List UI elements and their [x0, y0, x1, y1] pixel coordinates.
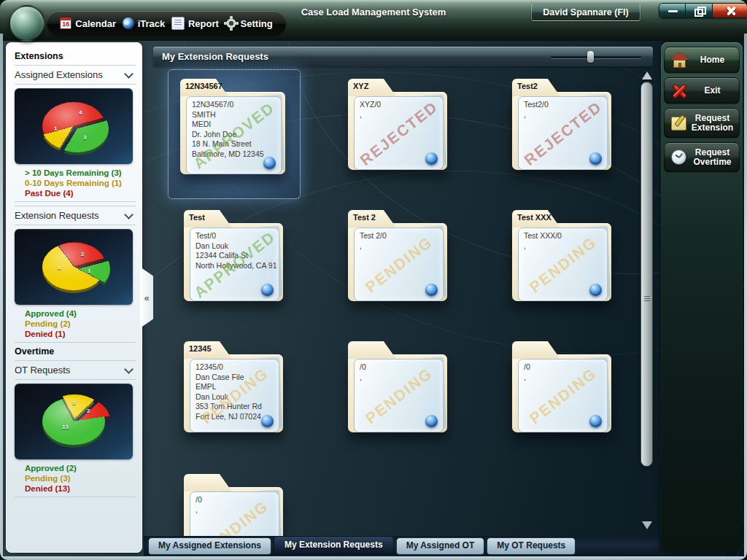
menu-item-itrack[interactable]: iTrack	[123, 18, 166, 29]
divider	[15, 206, 136, 206]
folder-sheet: Test/0Dan Louk12344 Califa StNorth Holly…	[190, 228, 279, 301]
request-extension-button[interactable]: Request Extension	[664, 108, 740, 139]
pie-value-label: 3	[83, 134, 86, 141]
globe-icon	[263, 157, 276, 169]
chevron-down-icon	[124, 210, 133, 219]
legend-item: > 10 Days Remaining (3)	[25, 168, 136, 177]
section-group-overtime: Overtime	[15, 346, 136, 357]
selected-folder-cell[interactable]: 12N3456712N34567/0SMITHMEDIDr. John Doe1…	[168, 69, 301, 199]
gear-icon	[225, 18, 237, 29]
case-folder[interactable]: TestTest/0Dan Louk12344 Califa StNorth H…	[184, 210, 286, 303]
app-orb-button[interactable]	[9, 5, 45, 42]
globe-icon	[261, 284, 274, 296]
case-folder[interactable]: Test 2Test 2/0,PENDING	[348, 210, 450, 303]
exit-button[interactable]: Exit	[664, 77, 740, 104]
home-button[interactable]: Home	[664, 47, 740, 74]
section-header-extension-requests[interactable]: Extension Requests	[15, 210, 134, 221]
tab-my-ot-requests[interactable]: My OT Requests	[487, 537, 576, 555]
pie-chart: 431	[42, 99, 105, 153]
calendar-icon: 16	[60, 18, 71, 29]
scroll-up-icon[interactable]	[642, 71, 652, 79]
sidebar-collapse-handle[interactable]: «	[140, 267, 153, 328]
restore-button[interactable]	[686, 3, 713, 18]
scrollbar-grip	[644, 296, 650, 303]
case-folder[interactable]: Test2Test2/0,REJECTED	[512, 79, 614, 172]
chevron-down-icon	[124, 365, 133, 374]
case-folder[interactable]: Test XXXTest XXX/0,PENDING	[512, 210, 614, 303]
bottom-tabbar: My Assigned ExtensionsMy Extension Reque…	[144, 536, 659, 556]
minimize-icon	[668, 10, 678, 12]
tab-my-assigned-ot[interactable]: My Assigned OT	[396, 537, 485, 555]
divider	[15, 201, 136, 202]
globe-icon	[425, 415, 438, 427]
folder-tab	[184, 474, 232, 491]
menu-item-label: Setting	[241, 18, 273, 29]
request-overtime-icon	[670, 148, 690, 167]
case-folder[interactable]: 12N3456712N34567/0SMITHMEDIDr. John Doe1…	[180, 79, 288, 176]
request-extension-icon	[670, 114, 690, 133]
folder-tab-label: 12N34567	[185, 82, 222, 90]
case-folder[interactable]: /0,PENDING	[348, 341, 450, 435]
menu-item-label: iTrack	[138, 18, 166, 29]
legend-item: Approved (2)	[25, 464, 136, 472]
case-folder[interactable]: 1234512345/0Dan Case FileEMPLDan Louk353…	[184, 341, 286, 435]
globe-icon	[425, 152, 438, 165]
divider	[15, 497, 136, 497]
divider	[15, 84, 136, 85]
pie-value-label: 4	[58, 265, 61, 271]
window-title: Case Load Management System	[264, 7, 483, 18]
close-button[interactable]	[713, 3, 747, 18]
pie-chart: 214	[42, 240, 105, 294]
pie-value-label: 2	[81, 251, 84, 257]
scrollbar-thumb[interactable]	[640, 82, 653, 467]
section-title: Assigned Extensions	[15, 69, 103, 80]
pie-value-label: 1	[88, 268, 90, 274]
folder-tab-label: Test XXX	[517, 213, 551, 222]
pie-value-label: 2	[87, 408, 90, 414]
case-folder[interactable]: /0,PENDING	[512, 341, 614, 435]
folder-tab	[348, 341, 396, 359]
tab-my-assigned-extensions[interactable]: My Assigned Extensions	[148, 537, 271, 555]
folder-tab-label: Test 2	[353, 213, 376, 222]
globe-icon	[589, 284, 602, 296]
minimize-button[interactable]	[659, 3, 686, 18]
globe-icon	[589, 152, 602, 165]
scroll-down-icon[interactable]	[642, 521, 652, 529]
folder-sheet: 12345/0Dan Case FileEMPLDan Louk353 Tom …	[190, 359, 279, 432]
divider	[15, 342, 136, 343]
section-title: Extension Requests	[15, 210, 99, 221]
legend-item: Pending (3)	[25, 474, 136, 483]
menu-item-setting[interactable]: Setting	[225, 18, 273, 29]
section-header-assigned-extensions[interactable]: Assigned Extensions	[15, 69, 134, 80]
button-label: Exit	[690, 86, 739, 96]
folder-tab-label: 12345	[189, 344, 212, 353]
home-icon	[670, 51, 690, 70]
pie-value-label: 4	[79, 109, 82, 116]
case-folder[interactable]: XYZXYZ/0,REJECTED	[348, 79, 450, 172]
user-badge[interactable]: David Spannare (FI)	[531, 4, 640, 21]
folder-sheet: Test XXX/0,PENDING	[518, 228, 608, 301]
main-menubar: 16CalendariTrackReportSetting	[47, 11, 286, 36]
button-label: Home	[690, 55, 739, 65]
menu-item-label: Report	[188, 18, 219, 29]
legend-item: Approved (4)	[25, 309, 136, 318]
scrollbar[interactable]	[640, 71, 654, 532]
section-group-extensions: Extensions	[15, 51, 136, 61]
menu-item-report[interactable]: Report	[171, 17, 219, 30]
legend-item: 0-10 Days Remaining (1)	[25, 179, 136, 187]
divider	[15, 360, 136, 361]
tab-my-extension-requests[interactable]: My Extension Requests	[274, 536, 394, 555]
section-header-ot-requests[interactable]: OT Requests	[15, 365, 134, 376]
chevron-down-icon	[124, 69, 133, 79]
folder-tab-label: Test2	[517, 82, 538, 90]
legend-item: Pending (2)	[25, 319, 136, 328]
window-controls	[659, 3, 747, 18]
menu-item-calendar[interactable]: 16Calendar	[60, 18, 116, 29]
legend-item: Denied (13)	[25, 484, 136, 493]
chart-panel: 431	[15, 88, 133, 164]
folder-sheet: XYZ/0,REJECTED	[354, 96, 444, 170]
globe-icon	[261, 415, 274, 427]
request-overtime-button[interactable]: Request Overtime	[664, 142, 740, 173]
folder-sheet: 12N34567/0SMITHMEDIDr. John Doe18 N. Mai…	[186, 96, 282, 174]
chart-panel: 214	[15, 229, 133, 305]
